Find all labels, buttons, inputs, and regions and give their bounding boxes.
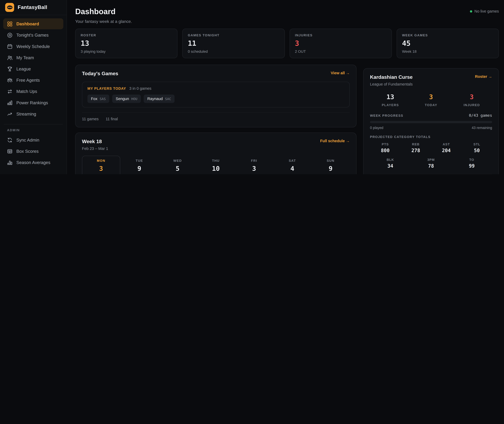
player-team: SAC bbox=[165, 97, 171, 101]
roster-link[interactable]: Roster → bbox=[475, 74, 492, 79]
sidebar-nav: Dashboard Tonight's Games Weekly Schedul… bbox=[0, 15, 67, 174]
day-cell[interactable]: MON 3 3g bbox=[82, 156, 120, 174]
day-cell[interactable]: THU 10 10g bbox=[197, 156, 235, 174]
brand: FantasyBall bbox=[0, 0, 67, 15]
player-chip[interactable]: Fox SAS bbox=[87, 95, 109, 103]
week-progress-value: 0/43 games bbox=[469, 113, 492, 118]
grid-icon bbox=[7, 21, 12, 26]
player-chip[interactable]: Raynaud SAC bbox=[144, 95, 175, 103]
projected-totals-label: PROJECTED CATEGORY TOTALS bbox=[370, 135, 492, 139]
total-cell: 3PM 78 bbox=[411, 158, 451, 169]
day-games-count: 3 bbox=[237, 165, 271, 172]
trend-arrow-icon bbox=[7, 111, 12, 117]
week-progress-footer: 0 played 43 remaining bbox=[370, 126, 492, 130]
total-value: 278 bbox=[400, 148, 431, 153]
day-label: TUE bbox=[122, 159, 157, 162]
stat-card-roster: ROSTER 13 3 playing today bbox=[75, 29, 178, 58]
day-games-count: 5 bbox=[160, 165, 195, 172]
sidebar-item-box-scores[interactable]: Box Scores bbox=[3, 146, 63, 157]
admin-section-label: ADMIN bbox=[3, 128, 63, 132]
sidebar-item-season-averages[interactable]: Season Averages bbox=[3, 157, 63, 168]
my-players-box: MY PLAYERS TODAY 3 in 0 games Fox SAS bbox=[82, 82, 350, 107]
sidebar-item-my-team[interactable]: My Team bbox=[3, 52, 63, 63]
total-value: 78 bbox=[411, 163, 451, 169]
sidebar-item-tonights-games[interactable]: Tonight's Games bbox=[3, 30, 63, 41]
played-label: 0 played bbox=[370, 126, 383, 130]
users-group-icon bbox=[7, 77, 12, 83]
week-progress-bar bbox=[370, 121, 492, 123]
sidebar-item-dashboard[interactable]: Dashboard bbox=[3, 18, 63, 29]
total-value: 99 bbox=[451, 163, 492, 169]
team-stat-value: 13 bbox=[370, 93, 411, 100]
stat-label: INJURIES bbox=[295, 33, 386, 37]
swap-arrows-icon bbox=[7, 88, 12, 94]
total-cell: AST 204 bbox=[431, 143, 462, 153]
day-cell[interactable]: FRI 3 5g bbox=[235, 156, 273, 174]
week-range: Feb 23 – Mar 1 bbox=[82, 146, 108, 151]
stat-sub: Week 18 bbox=[402, 50, 493, 53]
week-days: MON 3 3g TUE 9 11g bbox=[82, 156, 350, 174]
player-team: HOU bbox=[131, 97, 137, 101]
player-name: Sengun bbox=[116, 96, 129, 101]
sidebar-item-streaming[interactable]: Streaming bbox=[3, 108, 63, 119]
app-title: FantasyBall bbox=[18, 5, 47, 10]
sidebar-item-weekly-schedule[interactable]: Weekly Schedule bbox=[3, 41, 63, 52]
team-stats: 13 PLAYERS 3 TODAY 3 INJURED bbox=[370, 93, 492, 107]
live-status-label: No live games bbox=[474, 9, 499, 13]
day-label: THU bbox=[198, 159, 233, 162]
total-label: REB bbox=[400, 143, 431, 146]
day-games-count: 3 bbox=[84, 165, 119, 172]
team-stat-value: 3 bbox=[411, 93, 451, 100]
sync-icon bbox=[7, 137, 12, 143]
page-title: Dashboard bbox=[75, 7, 132, 16]
basketball-logo-icon bbox=[5, 3, 14, 12]
day-cell[interactable]: SUN 9 11g bbox=[311, 156, 350, 174]
day-cell[interactable]: SAT 4 5g bbox=[273, 156, 312, 174]
trophy-icon bbox=[7, 66, 12, 71]
total-cell: BLK 34 bbox=[370, 158, 411, 169]
calendar-icon bbox=[7, 44, 12, 49]
day-games-count: 9 bbox=[122, 165, 157, 172]
player-chip[interactable]: Sengun HOU bbox=[112, 95, 141, 103]
total-label: AST bbox=[431, 143, 462, 146]
day-label: WED bbox=[160, 159, 195, 162]
player-name: Fox bbox=[91, 96, 98, 101]
sidebar-item-label: Season Averages bbox=[16, 160, 50, 165]
record-icon bbox=[7, 32, 12, 38]
stat-sub: 0 scheduled bbox=[188, 50, 279, 53]
team-stat-label: TODAY bbox=[411, 103, 451, 107]
stat-sub: 3 playing today bbox=[81, 50, 172, 53]
day-cell[interactable]: TUE 9 11g bbox=[120, 156, 159, 174]
player-team: SAS bbox=[100, 97, 106, 101]
view-all-link[interactable]: View all → bbox=[331, 71, 350, 75]
league-name: League of Fundamentals bbox=[370, 82, 413, 87]
sidebar-item-label: Free Agents bbox=[16, 78, 40, 83]
day-label: MON bbox=[84, 159, 119, 162]
full-schedule-link[interactable]: Full schedule → bbox=[320, 139, 350, 143]
sidebar-item-label: Match Ups bbox=[16, 89, 37, 94]
sidebar-item-league[interactable]: League bbox=[3, 63, 63, 74]
total-label: TO bbox=[451, 158, 492, 162]
divider bbox=[82, 112, 350, 112]
sidebar-divider bbox=[4, 124, 63, 124]
stat-value: 13 bbox=[81, 39, 172, 47]
sidebar-item-match-ups[interactable]: Match Ups bbox=[3, 86, 63, 97]
totals-row-2: BLK 34 3PM 78 TO 99 bbox=[370, 158, 492, 169]
total-label: PTS bbox=[370, 143, 400, 146]
sidebar-item-free-agents[interactable]: Free Agents bbox=[3, 75, 63, 86]
total-value: 34 bbox=[370, 163, 411, 169]
total-label: 3PM bbox=[411, 158, 451, 162]
team-stat-value: 3 bbox=[451, 93, 492, 100]
sidebar-item-label: Power Rankings bbox=[16, 100, 48, 105]
live-status: No live games bbox=[470, 9, 499, 13]
day-label: FRI bbox=[237, 159, 271, 162]
stat-value: 11 bbox=[188, 39, 279, 47]
sidebar-item-label: Weekly Schedule bbox=[16, 44, 50, 49]
remaining-label: 43 remaining bbox=[472, 126, 492, 130]
sidebar-item-power-rankings[interactable]: Power Rankings bbox=[3, 97, 63, 108]
sidebar-item-label: Box Scores bbox=[16, 149, 39, 154]
day-label: SAT bbox=[275, 159, 310, 162]
day-games-count: 9 bbox=[313, 165, 348, 172]
day-cell[interactable]: WED 5 6g bbox=[159, 156, 197, 174]
sidebar-item-sync-admin[interactable]: Sync Admin bbox=[3, 134, 63, 145]
